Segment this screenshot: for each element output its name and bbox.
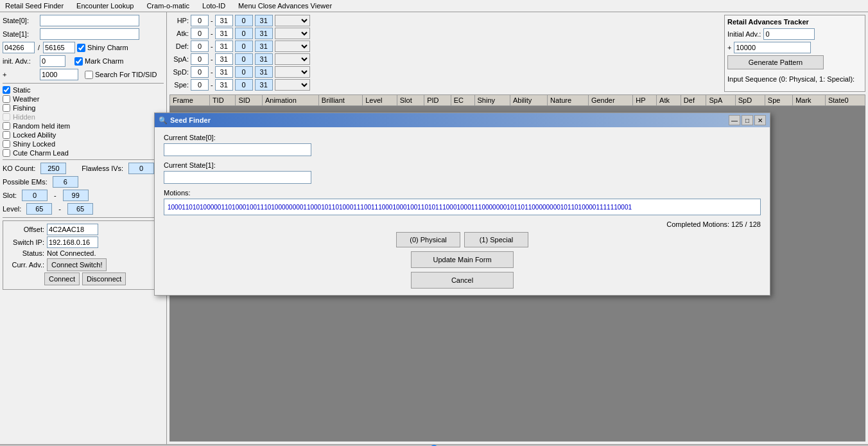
spa-row: SpA: - — [169, 53, 719, 65]
locked-ability-row: Locked Ability — [3, 131, 164, 139]
menu-cram-o-matic[interactable]: Cram-o-matic — [144, 1, 192, 10]
plus-tracker-input[interactable] — [734, 42, 811, 53]
possible-ems-input[interactable] — [53, 176, 78, 188]
menu-retail-seed-finder[interactable]: Retail Seed Finder — [3, 1, 66, 10]
state0-input[interactable] — [40, 15, 139, 26]
menu-close-advances-viewer[interactable]: Menu Close Advances Viewer — [236, 1, 334, 10]
hp-label: HP: — [169, 17, 189, 24]
update-main-form-button[interactable]: Update Main Form — [411, 251, 514, 268]
connect-switch-button[interactable]: Connect Switch! — [47, 258, 107, 271]
special-button[interactable]: (1) Special — [464, 232, 528, 247]
cute-charm-checkbox[interactable] — [3, 149, 10, 157]
atk-dropdown[interactable] — [275, 28, 310, 39]
level-max-input[interactable] — [67, 203, 93, 215]
tid-input[interactable] — [3, 42, 35, 53]
random-held-checkbox[interactable] — [3, 122, 10, 130]
switch-ip-input[interactable] — [47, 236, 98, 248]
slot-min-input[interactable] — [22, 190, 48, 201]
state0-row: State[0]: — [3, 15, 164, 26]
results-table: Frame TID SID Animation Brilliant Level … — [169, 94, 865, 106]
spe-val2-input[interactable] — [255, 79, 273, 91]
spd-dropdown[interactable] — [275, 66, 310, 78]
col-ec: EC — [451, 95, 474, 106]
sid-input[interactable] — [43, 42, 75, 53]
ko-count-input[interactable] — [40, 163, 66, 174]
def-max-input[interactable] — [215, 40, 233, 52]
locked-ability-checkbox[interactable] — [3, 131, 10, 139]
atk-val2-input[interactable] — [255, 28, 273, 39]
spa-dropdown[interactable] — [275, 53, 310, 65]
spa-min-input[interactable] — [191, 53, 209, 65]
generate-pattern-button[interactable]: Generate Pattern — [727, 55, 824, 69]
dialog-titlebar: 🔍 Seed Finder — □ ✕ — [155, 113, 770, 127]
possible-ems-label: Possible EMs: — [3, 178, 48, 186]
shiny-charm-checkbox[interactable] — [77, 44, 85, 52]
init-adv-input[interactable] — [40, 55, 65, 67]
spd-max-input[interactable] — [215, 66, 233, 78]
atk-max-input[interactable] — [215, 28, 233, 39]
def-val2-input[interactable] — [255, 40, 273, 52]
def-min-input[interactable] — [191, 40, 209, 52]
hp-max-input[interactable] — [215, 15, 233, 26]
col-shiny: Shiny — [474, 95, 510, 106]
plus-label: + — [3, 71, 38, 78]
dialog-controls: — □ ✕ — [729, 115, 766, 125]
def-row: Def: - — [169, 40, 719, 52]
close-button[interactable]: ✕ — [754, 115, 766, 125]
motion-buttons-row: (0) Physical (1) Special — [164, 232, 761, 247]
slot-max-input[interactable] — [63, 190, 89, 201]
cancel-btn-row: Cancel — [164, 272, 761, 289]
initial-adv-input[interactable] — [763, 28, 815, 40]
menu-encounter-lookup[interactable]: Encounter Lookup — [74, 1, 136, 10]
cancel-button[interactable]: Cancel — [411, 272, 514, 289]
spa-max-input[interactable] — [215, 53, 233, 65]
hp-dropdown[interactable] — [275, 15, 310, 26]
plus-value-input[interactable] — [40, 69, 78, 80]
current-state0-label: Current State[0]: — [164, 134, 761, 141]
mark-charm-checkbox[interactable] — [74, 57, 83, 66]
physical-button[interactable]: (0) Physical — [396, 232, 460, 247]
static-checkbox[interactable] — [3, 86, 10, 94]
weather-checkbox[interactable] — [3, 95, 10, 103]
def-label: Def: — [169, 42, 189, 50]
spe-val1-input[interactable] — [235, 79, 253, 91]
spd-val1-input[interactable] — [235, 66, 253, 78]
dialog-body: Current State[0]: Current State[1]: Moti… — [155, 127, 770, 295]
disconnect-button[interactable]: Disconnect — [82, 272, 126, 285]
spd-min-input[interactable] — [191, 66, 209, 78]
atk-label: Atk: — [169, 30, 189, 37]
def-dropdown[interactable] — [275, 40, 310, 52]
spa-val2-input[interactable] — [255, 53, 273, 65]
def-val1-input[interactable] — [235, 40, 253, 52]
initial-adv-label: Initial Adv.: — [727, 30, 761, 38]
minimize-button[interactable]: — — [729, 115, 740, 125]
flawless-ivs-input[interactable] — [128, 163, 154, 174]
offset-row: Offset: — [6, 224, 161, 235]
hp-min-input[interactable] — [191, 15, 209, 26]
connect-button[interactable]: Connect — [44, 272, 80, 285]
spe-dropdown[interactable] — [275, 79, 310, 91]
fishing-checkbox[interactable] — [3, 104, 10, 112]
col-spa: SpA — [706, 95, 735, 106]
state1-input[interactable] — [40, 28, 139, 40]
level-sep: - — [57, 205, 62, 213]
shiny-locked-checkbox[interactable] — [3, 140, 10, 148]
atk-val1-input[interactable] — [235, 28, 253, 39]
col-level: Level — [363, 95, 397, 106]
atk-min-input[interactable] — [191, 28, 209, 39]
search-for-tid-sid-checkbox[interactable] — [85, 71, 93, 79]
col-pid: PID — [424, 95, 451, 106]
menu-loto-id[interactable]: Loto-ID — [200, 1, 228, 10]
spd-val2-input[interactable] — [255, 66, 273, 78]
offset-input[interactable] — [47, 224, 98, 235]
hp-val1-input[interactable] — [235, 15, 253, 26]
level-min-input[interactable] — [26, 203, 52, 215]
spe-min-input[interactable] — [191, 79, 209, 91]
current-state0-input[interactable] — [164, 143, 311, 156]
hidden-checkbox[interactable] — [3, 113, 10, 121]
spe-max-input[interactable] — [215, 79, 233, 91]
hp-val2-input[interactable] — [255, 15, 273, 26]
maximize-button[interactable]: □ — [742, 115, 753, 125]
current-state1-input[interactable] — [164, 171, 311, 184]
spa-val1-input[interactable] — [235, 53, 253, 65]
